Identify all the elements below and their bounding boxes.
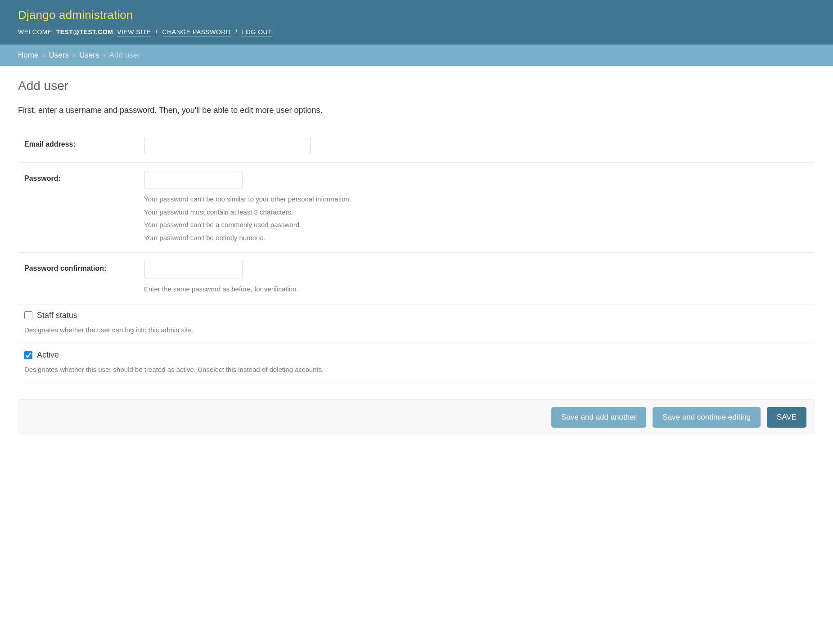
save-add-another-button[interactable]: Save and add another (551, 407, 646, 428)
content: Add user First, enter a username and pas… (0, 66, 833, 453)
password-confirm-field[interactable] (144, 261, 243, 278)
save-continue-editing-button[interactable]: Save and continue editing (653, 407, 761, 428)
password-help-line: Your password can't be a commonly used p… (144, 219, 815, 232)
breadcrumb-app[interactable]: Users (49, 51, 69, 59)
separator: / (151, 28, 162, 36)
breadcrumb-separator: › (41, 51, 47, 59)
active-checkbox[interactable] (24, 351, 32, 359)
log-out-link[interactable]: LOG OUT (242, 28, 272, 36)
submit-row: Save and add another Save and continue e… (18, 399, 815, 435)
password-help-line: Your password can't be entirely numeric. (144, 232, 815, 245)
site-title: Django administration (18, 8, 815, 22)
separator: / (231, 28, 242, 36)
username: TEST@TEST.COM (56, 28, 113, 36)
staff-status-row: Staff status Designates whether the user… (18, 304, 815, 344)
breadcrumb-current: Add user (109, 51, 140, 59)
period: . (113, 28, 117, 36)
breadcrumb: Home › Users › Users › Add user (0, 45, 833, 66)
active-help: Designates whether this user should be t… (24, 363, 815, 376)
user-tools: WELCOME, TEST@TEST.COM. VIEW SITE / CHAN… (18, 28, 815, 36)
staff-status-help: Designates whether the user can log into… (24, 324, 815, 337)
password-confirm-row: Password confirmation: Enter the same pa… (18, 253, 815, 304)
email-row: Email address: (18, 129, 815, 163)
save-button[interactable]: SAVE (767, 407, 806, 428)
header: Django administration WELCOME, TEST@TEST… (0, 0, 833, 45)
intro-text: First, enter a username and password. Th… (18, 106, 815, 115)
password-help-line: Your password must contain at least 8 ch… (144, 206, 815, 219)
page-title: Add user (18, 79, 815, 93)
staff-status-label[interactable]: Staff status (37, 311, 77, 320)
staff-status-checkbox[interactable] (24, 311, 32, 319)
view-site-link[interactable]: VIEW SITE (117, 28, 151, 36)
change-password-link[interactable]: CHANGE PASSWORD (162, 28, 231, 36)
password-help: Your password can't be too similar to yo… (144, 193, 815, 244)
active-row: Active Designates whether this user shou… (18, 344, 815, 384)
breadcrumb-home[interactable]: Home (18, 51, 38, 59)
breadcrumb-separator: › (101, 51, 108, 59)
branding: Django administration (18, 8, 815, 22)
email-field[interactable] (144, 137, 311, 154)
password-field[interactable] (144, 171, 243, 188)
welcome-text: WELCOME, (18, 28, 56, 36)
breadcrumb-model[interactable]: Users (79, 51, 99, 59)
add-user-form: Email address: Password: Your password c… (18, 129, 815, 435)
password-row: Password: Your password can't be too sim… (18, 163, 815, 253)
password-confirm-help: Enter the same password as before, for v… (144, 283, 815, 296)
password-label: Password: (18, 171, 144, 183)
breadcrumb-separator: › (71, 51, 77, 59)
password-help-line: Your password can't be too similar to yo… (144, 193, 815, 206)
active-label[interactable]: Active (37, 350, 59, 360)
email-label: Email address: (18, 137, 144, 148)
password-confirm-label: Password confirmation: (18, 261, 144, 273)
